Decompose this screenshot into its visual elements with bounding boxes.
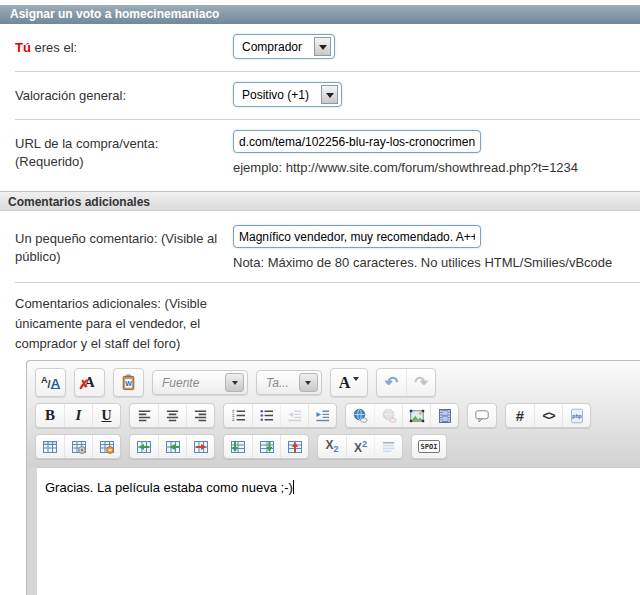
role-label-emphasis: Tú [15,40,31,55]
superscript-button[interactable]: X2 [346,435,374,458]
insert-column-right-icon [165,439,181,455]
short-comment-row: Un pequeño comentario: (Visible al públi… [0,211,640,282]
insert-video-button[interactable] [430,404,458,427]
remove-format-icon: A✗ [84,375,94,391]
hash-icon: # [516,407,524,424]
quote-button[interactable] [468,404,496,427]
align-center-icon [165,408,180,423]
toolbar-row-1: A/A A✗ W Fuente Ta... [35,368,632,397]
outdent-icon [287,408,302,423]
unlink-icon [381,408,397,424]
text-cursor [293,480,294,494]
align-left-icon [137,408,152,423]
font-family-select[interactable]: Fuente [152,370,248,395]
align-right-icon [193,408,208,423]
redo-button[interactable]: ↷ [406,369,435,396]
url-input[interactable] [233,130,481,153]
insert-image-button[interactable] [402,404,430,427]
code-hash-button[interactable]: # [506,404,534,427]
url-row: URL de la compra/venta: (Requerido) ejem… [0,120,640,191]
indent-button[interactable] [308,404,336,427]
insert-link-icon [352,408,368,424]
additional-comments-label: Comentarios adicionales: (Visible únicam… [0,283,245,358]
editor-textarea[interactable]: Gracias. La película estaba como nueva ;… [37,467,640,595]
underline-button[interactable]: U [92,404,120,427]
table-properties-button[interactable] [64,435,92,458]
role-select-value: Comprador [242,40,314,54]
spoiler-icon: SPOI [418,440,441,453]
insert-link-button[interactable] [346,404,374,427]
code-html-button[interactable]: <> [534,404,562,427]
rating-select-arrow-icon[interactable] [321,85,338,104]
rating-select[interactable]: Positivo (+1) [233,82,342,107]
rating-row: Valoración general: Positivo (+1) [0,72,640,119]
url-hint: ejemplo: http://www.site.com/forum/showt… [233,160,640,175]
font-family-arrow-icon[interactable] [225,373,244,392]
ordered-list-icon [231,408,246,423]
align-right-button[interactable] [186,404,214,427]
insert-row-above-icon [230,439,246,455]
table-properties-icon [71,439,87,455]
unordered-list-icon [259,408,274,423]
insert-video-icon [437,408,453,424]
insert-column-left-icon [136,439,152,455]
align-left-button[interactable] [130,404,158,427]
insert-column-left-button[interactable] [130,435,158,458]
paragraph-lines-icon [381,439,396,454]
align-center-button[interactable] [158,404,186,427]
svg-text:W: W [125,380,132,387]
insert-row-above-button[interactable] [224,435,252,458]
paragraph-button[interactable] [374,435,402,458]
wysiwyg-editor: A/A A✗ W Fuente Ta... [26,360,640,595]
font-size-select[interactable]: Ta... [256,370,322,395]
delete-table-icon [99,439,115,455]
italic-icon: I [76,407,82,424]
assign-vote-panel: Asignar un voto a homecinemaniaco Tú ere… [0,5,640,595]
paste-from-word-button[interactable]: W [114,369,143,396]
delete-column-icon [193,439,209,455]
subscript-button[interactable]: X2 [318,435,346,458]
remove-format-button[interactable]: A✗ [75,369,104,396]
redo-icon: ↷ [414,373,427,392]
unlink-button[interactable] [374,404,402,427]
rating-label: Valoración general: [15,82,233,105]
italic-button[interactable]: I [64,404,92,427]
unordered-list-button[interactable] [252,404,280,427]
undo-icon: ↶ [385,373,398,392]
editor-mode-button[interactable]: A/A [36,369,65,396]
insert-table-button[interactable] [36,435,64,458]
ordered-list-button[interactable] [224,404,252,427]
insert-row-below-button[interactable] [252,435,280,458]
insert-image-icon [409,408,425,424]
role-select-arrow-icon[interactable] [314,37,331,56]
undo-button[interactable]: ↶ [377,369,406,396]
code-php-button[interactable]: php [562,404,590,427]
code-brackets-icon: <> [542,409,554,423]
delete-table-button[interactable] [92,435,120,458]
role-row: Tú eres el: Comprador [0,24,640,71]
url-label: URL de la compra/venta: (Requerido) [15,130,233,171]
editor-mode-icon: A/A [41,376,60,390]
short-comment-input[interactable] [233,225,481,248]
insert-column-right-button[interactable] [158,435,186,458]
role-select[interactable]: Comprador [233,34,335,59]
outdent-button[interactable] [280,404,308,427]
bold-button[interactable]: B [36,404,64,427]
toolbar-row-3: X2 X2 SPOI [35,434,632,459]
font-size-arrow-icon[interactable] [299,373,318,392]
font-color-button[interactable]: A [331,369,367,396]
svg-text:php: php [572,413,582,419]
short-comment-label: Un pequeño comentario: (Visible al públi… [15,225,233,266]
delete-column-button[interactable] [186,435,214,458]
font-size-value: Ta... [266,376,299,390]
url-label-line1: URL de la compra/venta: [15,135,233,153]
underline-icon: U [101,408,111,424]
delete-row-button[interactable] [280,435,308,458]
short-comment-note: Nota: Máximo de 80 caracteres. No utilic… [233,255,640,270]
quote-icon [474,408,490,424]
insert-table-icon [42,439,58,455]
spoiler-button[interactable]: SPOI [412,435,446,458]
font-family-value: Fuente [162,376,225,390]
panel-title: Asignar un voto a homecinemaniaco [0,5,640,24]
rating-select-value: Positivo (+1) [242,88,321,102]
